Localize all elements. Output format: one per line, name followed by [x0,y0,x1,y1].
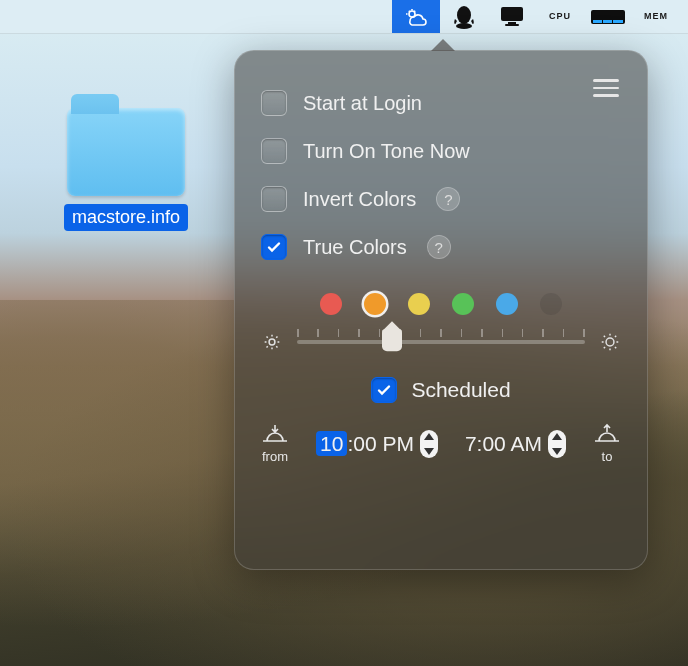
sun-small-icon [261,331,283,353]
scheduled-label: Scheduled [411,378,510,402]
swatch-yellow[interactable] [408,293,430,315]
to-stepper[interactable] [548,430,566,458]
slider-ticks [297,329,585,337]
swatch-dark[interactable] [540,293,562,315]
svg-point-2 [456,23,472,29]
weather-menubar-icon[interactable] [392,0,440,33]
imac-icon[interactable] [488,0,536,33]
swatch-blue[interactable] [496,293,518,315]
brightness-slider[interactable] [297,327,585,357]
scheduled-row[interactable]: Scheduled [261,377,621,403]
svg-rect-5 [505,24,519,26]
svg-point-6 [269,339,275,345]
svg-point-1 [457,6,471,24]
svg-rect-3 [501,7,523,21]
sunrise-icon [593,423,621,447]
menu-button[interactable] [589,75,623,101]
option-true-colors[interactable]: True Colors ? [261,223,621,271]
tone-now-checkbox[interactable] [261,138,287,164]
mem-widget[interactable]: MEM [632,0,680,33]
from-time[interactable]: 10:00 PM [316,432,414,456]
to-label: to [602,449,613,464]
slider-thumb[interactable] [382,329,402,351]
color-swatches [261,293,621,315]
start-login-label: Start at Login [303,92,422,115]
svg-rect-4 [508,22,516,24]
from-time-group[interactable]: 10:00 PM [316,430,438,458]
option-start-at-login[interactable]: Start at Login [261,79,621,127]
to-block: to [593,423,621,464]
desktop-folder[interactable]: macstore.info [46,108,206,231]
qq-icon[interactable] [440,0,488,33]
from-label: from [262,449,288,464]
start-login-checkbox[interactable] [261,90,287,116]
cpu-label: CPU [549,12,571,21]
from-stepper[interactable] [420,430,438,458]
true-colors-checkbox[interactable] [261,234,287,260]
invert-help-icon[interactable]: ? [436,187,460,211]
swatch-red[interactable] [320,293,342,315]
brightness-slider-row [261,327,621,357]
scheduled-checkbox[interactable] [371,377,397,403]
swatch-orange[interactable] [364,293,386,315]
true-colors-help-icon[interactable]: ? [427,235,451,259]
settings-popover: Start at Login Turn On Tone Now Invert C… [234,50,648,570]
invert-label: Invert Colors [303,188,416,211]
folder-label: macstore.info [64,204,188,231]
true-colors-label: True Colors [303,236,407,259]
svg-point-7 [606,338,614,346]
to-time[interactable]: 7:00 AM [465,432,542,456]
menubar: CPU MEM [0,0,688,34]
sunset-icon [261,423,289,447]
swatch-green[interactable] [452,293,474,315]
option-tone-now[interactable]: Turn On Tone Now [261,127,621,175]
invert-checkbox[interactable] [261,186,287,212]
schedule-times: from 10:00 PM 7:00 AM to [261,423,621,464]
disk-widget[interactable] [584,0,632,33]
option-invert-colors[interactable]: Invert Colors ? [261,175,621,223]
cpu-widget[interactable]: CPU [536,0,584,33]
tone-now-label: Turn On Tone Now [303,140,470,163]
folder-icon [67,108,185,196]
sun-large-icon [599,331,621,353]
mem-label: MEM [644,12,668,21]
to-time-group[interactable]: 7:00 AM [465,430,566,458]
from-block: from [261,423,289,464]
